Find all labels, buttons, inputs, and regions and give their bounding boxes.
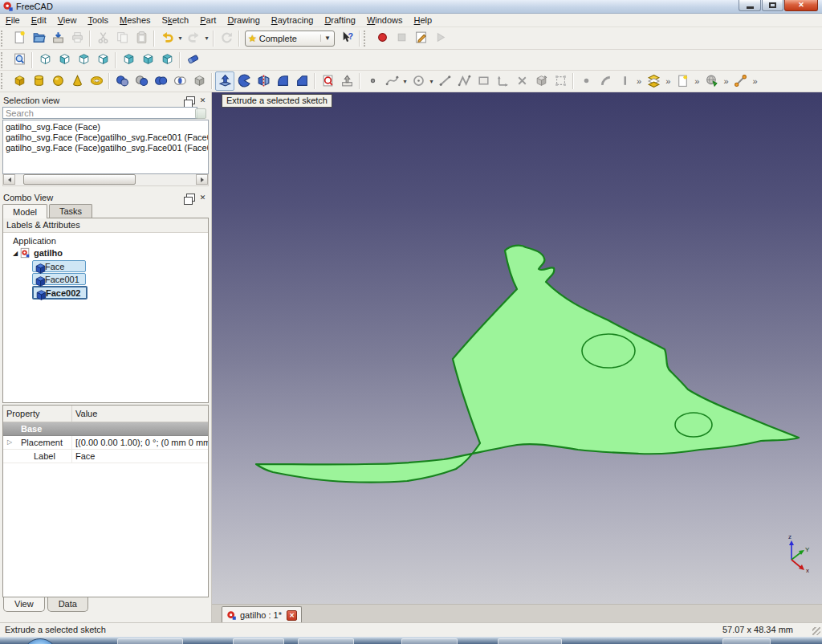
chamfer-button[interactable]: [292, 71, 311, 91]
menu-drawing[interactable]: Drawing: [222, 14, 265, 26]
gdot-button[interactable]: [576, 71, 596, 91]
selection-list-item[interactable]: gatilho_svg.Face (Face)gatilho_svg.Face0…: [3, 132, 208, 143]
close-button[interactable]: ✕: [784, 0, 818, 11]
taskbar-button[interactable]: [298, 638, 354, 644]
taskbar-button[interactable]: [498, 638, 562, 644]
dcross-button[interactable]: [512, 71, 531, 91]
stop-button[interactable]: [392, 29, 411, 48]
taskbar-button[interactable]: [722, 638, 771, 644]
undo-dropdown-icon[interactable]: ▾: [177, 35, 184, 42]
float-panel-icon[interactable]: [185, 96, 196, 105]
bool-common-button[interactable]: [170, 71, 189, 91]
tab-view[interactable]: View: [3, 597, 45, 612]
chevron-down-icon[interactable]: ▼: [320, 35, 334, 42]
ddim-button[interactable]: [493, 71, 512, 91]
dwire-button[interactable]: [454, 71, 474, 91]
scroll-left-icon[interactable]: [3, 174, 15, 185]
cut-button[interactable]: [93, 29, 112, 48]
menu-raytracing[interactable]: Raytracing: [266, 14, 319, 26]
float-panel-icon[interactable]: [185, 193, 196, 202]
bool-fuse-button[interactable]: [112, 71, 132, 91]
property-value-cell[interactable]: Face: [72, 450, 208, 463]
dcircle-button[interactable]: [409, 71, 428, 91]
cube-right-button[interactable]: [93, 51, 112, 70]
cube-top-button[interactable]: [74, 51, 93, 70]
bool-union-button[interactable]: [151, 71, 170, 91]
tree-item-face[interactable]: Face: [32, 260, 86, 272]
gbar-button[interactable]: [615, 71, 634, 91]
trigger-shape[interactable]: [212, 92, 822, 604]
toolbar-overflow-icon[interactable]: »: [751, 76, 760, 86]
toolbar-overflow-icon[interactable]: »: [692, 76, 702, 86]
menu-help[interactable]: Help: [409, 14, 438, 26]
property-group-row[interactable]: Base: [3, 422, 208, 436]
tree-item-application[interactable]: Application: [11, 235, 208, 247]
psph-button[interactable]: [48, 71, 67, 91]
garc-button[interactable]: [596, 71, 615, 91]
page2-button[interactable]: [673, 71, 692, 91]
menu-file[interactable]: File: [0, 14, 26, 26]
toolbar-drag-handle[interactable]: [1, 31, 9, 47]
workbench-selector[interactable]: ★Complete▼: [245, 31, 335, 47]
import-button[interactable]: [337, 71, 356, 91]
dbox-button[interactable]: [531, 71, 551, 91]
gcube-button[interactable]: [189, 71, 209, 91]
revolve-button[interactable]: [234, 71, 254, 91]
paste-button[interactable]: [132, 29, 151, 48]
start-orb-icon[interactable]: [22, 638, 58, 644]
expander-icon[interactable]: ▷: [3, 436, 16, 449]
bool-cut-button[interactable]: [132, 71, 151, 91]
tree-item-document[interactable]: ◢ gatilho: [11, 247, 208, 259]
dpoint-button[interactable]: [363, 71, 382, 91]
toolbar-overflow-icon[interactable]: »: [663, 76, 673, 86]
undo-button[interactable]: [157, 29, 177, 48]
scroll-thumb[interactable]: [23, 174, 136, 185]
menu-view[interactable]: View: [52, 14, 83, 26]
tree-item-face001[interactable]: Face001: [32, 273, 86, 285]
fillet-button[interactable]: [273, 71, 292, 91]
print-button[interactable]: [67, 29, 87, 48]
tab-close-icon[interactable]: ✕: [287, 610, 297, 621]
menu-sketch[interactable]: Sketch: [157, 14, 195, 26]
3d-viewport[interactable]: Extrude a selected sketch z Y x: [212, 92, 822, 604]
fitall-button[interactable]: [10, 51, 29, 70]
drect-button[interactable]: [474, 71, 493, 91]
pcone-button[interactable]: [67, 71, 87, 91]
selection-list-item[interactable]: gatilho_svg.Face (Face): [3, 122, 208, 132]
save-button[interactable]: [48, 29, 67, 48]
close-panel-icon[interactable]: ✕: [197, 193, 208, 202]
mirror-button[interactable]: [254, 71, 273, 91]
document-tab[interactable]: gatilho : 1* ✕: [222, 606, 302, 623]
refresh-button[interactable]: [217, 29, 236, 48]
open-button[interactable]: [29, 29, 48, 48]
search-input[interactable]: [2, 107, 197, 119]
macro-button[interactable]: [411, 29, 430, 48]
cube-front-button[interactable]: [55, 51, 74, 70]
menu-windows[interactable]: Windows: [361, 14, 409, 26]
menu-tools[interactable]: Tools: [82, 14, 114, 26]
menu-edit[interactable]: Edit: [26, 14, 52, 26]
measline-button[interactable]: [731, 71, 751, 91]
redo-dropdown-icon[interactable]: ▾: [203, 35, 210, 42]
extrude-button[interactable]: [215, 71, 234, 91]
tab-data[interactable]: Data: [47, 597, 88, 612]
tree-item-face002[interactable]: Face002: [32, 286, 87, 300]
copy-button[interactable]: [112, 29, 132, 48]
tab-model[interactable]: Model: [2, 204, 47, 218]
cube-axo-button[interactable]: [35, 51, 55, 70]
dspline-button[interactable]: [382, 71, 401, 91]
search-clear-icon[interactable]: [195, 108, 206, 119]
toolbar-drag-handle[interactable]: [1, 73, 9, 89]
maximize-button[interactable]: [762, 0, 783, 11]
taskbar-button[interactable]: [233, 638, 284, 644]
selection-list-item[interactable]: gatilho_svg.Face (Face)gatilho_svg.Face0…: [3, 143, 208, 153]
layers-button[interactable]: [644, 71, 663, 91]
whatsthis-button[interactable]: ?: [337, 29, 356, 48]
property-value-cell[interactable]: [(0.00 0.00 1.00); 0 °; (0 mm 0 mm 0 ...: [72, 436, 208, 449]
scroll-right-icon[interactable]: [196, 174, 208, 185]
new-button[interactable]: [10, 29, 29, 48]
ptorus-button[interactable]: [87, 71, 106, 91]
play-button[interactable]: [430, 29, 450, 48]
web-button[interactable]: [702, 71, 721, 91]
resize-grip[interactable]: [812, 627, 820, 635]
